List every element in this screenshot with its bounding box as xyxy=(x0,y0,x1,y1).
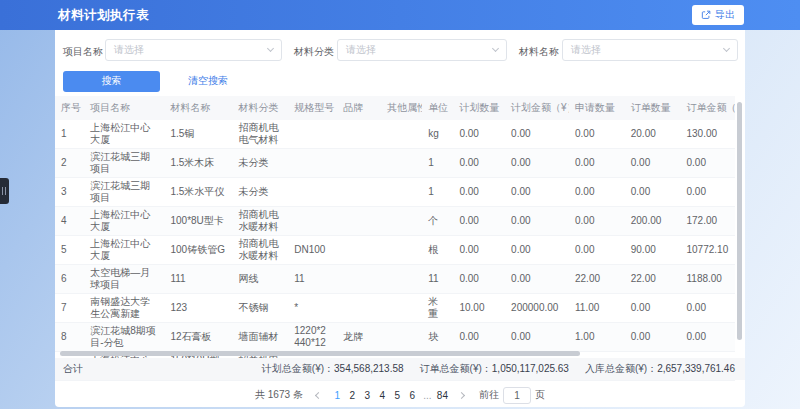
table-cell xyxy=(288,207,337,236)
table-cell: 0.00 xyxy=(681,323,736,352)
pager-page-5[interactable]: 5 xyxy=(390,387,405,404)
material-name-label: 材料名称 xyxy=(519,45,559,59)
material-name-select[interactable]: 请选择 xyxy=(562,39,738,61)
table-cell: 招商机电 水暖材料 xyxy=(232,207,288,236)
table-cell xyxy=(337,265,381,294)
page: 材料计划执行表 导出 项目名称 请选择 材料分类 请选择 材料名称 请选择 xyxy=(0,0,800,409)
table-row: 1上海松江中心大厦1.5铜招商机电 电气材料kg0.000.000.0020.0… xyxy=(55,120,735,149)
table-cell xyxy=(381,323,422,352)
table-cell: 1.00 xyxy=(569,323,625,352)
table-cell: 0.00 xyxy=(453,149,505,178)
table-cell: 0.00 xyxy=(453,178,505,207)
table-cell: 0.00 xyxy=(569,149,625,178)
table-cell: 123 xyxy=(164,294,232,323)
column-header: 序号 xyxy=(55,96,84,120)
clear-search-link[interactable]: 清空搜索 xyxy=(188,74,228,88)
pager-page-3[interactable]: 3 xyxy=(360,387,375,404)
table-cell: 1.5米水平仪 xyxy=(164,178,232,207)
material-category-select[interactable]: 请选择 xyxy=(337,39,507,61)
content-card: 项目名称 请选择 材料分类 请选择 材料名称 请选择 搜索 清空搜索 序号项目名… xyxy=(55,30,745,407)
page-title: 材料计划执行表 xyxy=(58,0,149,30)
table-cell: 招商机电 电气材料 xyxy=(232,120,288,149)
vertical-scrollbar[interactable] xyxy=(737,102,742,340)
table-cell: 100铸铁管G xyxy=(164,236,232,265)
table-cell: 5 xyxy=(55,236,84,265)
table-cell xyxy=(381,207,422,236)
table-cell: 90.00 xyxy=(625,236,681,265)
material-name-placeholder: 请选择 xyxy=(571,43,601,57)
goto-label: 前往 xyxy=(479,388,499,402)
summary-bar: 合计 计划总金额(¥)：354,568,213.58 订单总金额(¥)：1,05… xyxy=(55,358,745,380)
table-cell: 米重 xyxy=(422,294,453,323)
table-cell: 招商机电 水暖材料 xyxy=(232,236,288,265)
table-cell: 未分类 xyxy=(232,178,288,207)
column-header: 订单数量 xyxy=(625,96,681,120)
horizontal-scrollbar[interactable] xyxy=(60,351,580,356)
pager-page-84[interactable]: 84 xyxy=(435,387,450,404)
search-button[interactable]: 搜索 xyxy=(63,71,160,92)
export-button[interactable]: 导出 xyxy=(692,5,744,25)
pager-page-6[interactable]: 6 xyxy=(405,387,420,404)
order-total-label: 订单总金额(¥)： xyxy=(420,363,492,374)
table-row: 5上海松江中心大厦100铸铁管G招商机电 水暖材料DN100根0.000.000… xyxy=(55,236,735,265)
table-row: 7南钢盛达大学生公寓新建123不锈钢*米重10.00200000.0011.00… xyxy=(55,294,735,323)
table-cell: 0.00 xyxy=(505,236,569,265)
table-row: 2滨江花城三期项目1.5米木床未分类10.000.000.000.000.00 xyxy=(55,149,735,178)
next-page-button[interactable] xyxy=(458,391,465,398)
table-cell: 龙牌 xyxy=(337,323,381,352)
table-cell: 11 xyxy=(288,265,337,294)
table-cell: 上海松江中心大厦 xyxy=(84,207,164,236)
pager-page-4[interactable]: 4 xyxy=(375,387,390,404)
inbound-total-label: 入库总金额(¥)： xyxy=(585,363,657,374)
table-cell: 0.00 xyxy=(453,236,505,265)
table-cell: 0.00 xyxy=(625,149,681,178)
column-header: 单位 xyxy=(422,96,453,120)
table-cell: 11.00 xyxy=(569,294,625,323)
export-button-label: 导出 xyxy=(715,8,735,22)
table-body: 1上海松江中心大厦1.5铜招商机电 电气材料kg0.000.000.0020.0… xyxy=(55,120,735,381)
table-cell: 0.00 xyxy=(453,265,505,294)
goto-page-input[interactable] xyxy=(503,387,531,404)
table-cell: 上海松江中心大厦 xyxy=(84,236,164,265)
table-cell xyxy=(337,236,381,265)
table-cell: 100*8U型卡 xyxy=(164,207,232,236)
table-cell: 20.00 xyxy=(625,120,681,149)
pager-page-1[interactable]: 1 xyxy=(330,387,345,404)
table-cell: 太空电梯—月球项目 xyxy=(84,265,164,294)
table-cell: 1.5铜 xyxy=(164,120,232,149)
table-cell: 8 xyxy=(55,323,84,352)
table-cell: 0.00 xyxy=(569,120,625,149)
table-cell xyxy=(381,265,422,294)
table-cell xyxy=(288,120,337,149)
pager-page-2[interactable]: 2 xyxy=(345,387,360,404)
plan-total: 计划总金额(¥)：354,568,213.58 xyxy=(262,362,404,376)
column-header: 品牌 xyxy=(337,96,381,120)
chevron-down-icon xyxy=(723,45,730,52)
sidebar-toggle[interactable] xyxy=(0,178,9,204)
column-header: 材料名称 xyxy=(164,96,232,120)
table-cell xyxy=(337,120,381,149)
table-cell: 0.00 xyxy=(453,120,505,149)
prev-page-button[interactable] xyxy=(315,391,322,398)
table-cell xyxy=(337,178,381,207)
column-header: 材料分类 xyxy=(232,96,288,120)
table-cell: 未分类 xyxy=(232,149,288,178)
table-cell: 个 xyxy=(422,207,453,236)
order-total: 订单总金额(¥)：1,050,117,025.63 xyxy=(420,362,569,376)
table-cell: 0.00 xyxy=(625,294,681,323)
table-cell: 根 xyxy=(422,236,453,265)
table-cell: 滨江花城8期项目-分包 xyxy=(84,323,164,352)
table-header-row: 序号项目名称材料名称材料分类规格型号品牌其他属性单位计划数量计划金额（¥）申请数… xyxy=(55,96,735,120)
table-cell: 0.00 xyxy=(453,207,505,236)
table-cell xyxy=(337,149,381,178)
table-cell: 0.00 xyxy=(505,149,569,178)
plan-total-value: 354,568,213.58 xyxy=(334,363,404,374)
table-cell: 块 xyxy=(422,323,453,352)
pagination: 共 1673 条 123456...84 前往 页 xyxy=(55,383,745,407)
goto-suffix: 页 xyxy=(535,388,545,402)
table-cell: 滨江花城三期项目 xyxy=(84,178,164,207)
project-name-select[interactable]: 请选择 xyxy=(105,39,282,61)
table-cell: DN100 xyxy=(288,236,337,265)
table-cell: 1.5米木床 xyxy=(164,149,232,178)
table-row: 8滨江花城8期项目-分包12石膏板墙面辅材1220*2440*12龙牌块0.00… xyxy=(55,323,735,352)
